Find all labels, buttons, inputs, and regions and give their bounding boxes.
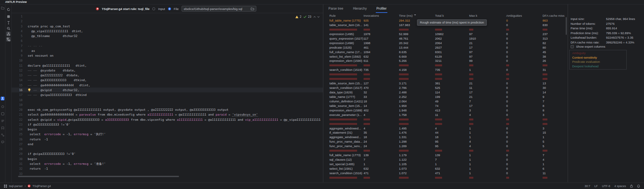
tool-window-icon-1[interactable] — [1, 105, 5, 109]
code-line[interactable]: 6 — [12, 38, 323, 43]
code-line[interactable]: 2 — [12, 19, 323, 24]
project-tool-icon[interactable] — [1, 6, 5, 10]
table-row[interactable]: data_type (1829)322.48811417014 — [323, 90, 568, 95]
table-row[interactable]: query_expression (1527)11748.76120621910… — [323, 36, 568, 41]
code-line[interactable]: 30begin — [12, 156, 323, 161]
table-row[interactable]: table_source_item (15...1273.17138121013 — [323, 81, 568, 86]
tool-window-icon-2[interactable] — [1, 112, 5, 116]
column-header[interactable]: DFA cache miss — [543, 13, 568, 18]
code-line[interactable]: 33 — [12, 171, 323, 176]
line-ending[interactable]: LF — [594, 184, 598, 188]
code-line[interactable]: 14—— —— @a333333333333 dtkind, — [12, 78, 323, 82]
inspection-widget[interactable]: 2 23 — [295, 15, 320, 18]
input-radio-label[interactable]: Input — [158, 7, 165, 11]
hierarchy-icon[interactable] — [6, 32, 11, 36]
antlr-preview-tool-icon[interactable] — [1, 97, 5, 100]
table-row[interactable] — [323, 122, 568, 126]
code-line[interactable]: 26 return -1 — [12, 137, 323, 142]
column-header[interactable]: Total k — [435, 13, 469, 18]
next-issue-icon[interactable] — [317, 16, 320, 18]
table-row[interactable]: full_table_name (1773)1391.179139107 — [323, 153, 568, 157]
intention-bulb-icon[interactable] — [28, 88, 31, 92]
column-header[interactable]: Time (ms) — [399, 13, 435, 18]
code-line[interactable]: 31 select errorcode = -1, errormsg = '准备… — [12, 161, 323, 166]
project-widget-icon[interactable] — [4, 184, 7, 188]
table-row[interactable] — [323, 77, 568, 81]
column-header[interactable]: Max k — [469, 13, 506, 18]
file-encoding[interactable]: UTF-8 — [602, 184, 610, 188]
table-row[interactable]: search_condition (1519)7354.1587351031 — [323, 68, 568, 72]
code-line[interactable]: 7-- -- -- — [12, 43, 323, 48]
code-line[interactable]: 20exec nb_com_getsysconfig @a11111111111… — [12, 107, 323, 112]
code-line[interactable]: 11declare @a1111111111111 dtint, — [12, 63, 323, 68]
code-line[interactable]: 21select @a4444444444444444 = paravalue … — [12, 112, 323, 117]
code-line[interactable]: 1 — [12, 14, 323, 19]
breadcrumb-project[interactable]: tsql-parser — [9, 184, 23, 188]
indent-setting[interactable]: 4 spaces — [614, 184, 626, 188]
tool-window-icon-4[interactable] — [1, 126, 5, 130]
code-line[interactable]: 27end — [12, 142, 323, 146]
table-row[interactable]: func_proc_name_data...241.29895405 — [323, 139, 568, 144]
table-row[interactable] — [323, 148, 568, 153]
table-row[interactable]: aggregate_windowed...181.33118101 — [323, 135, 568, 139]
file-radio[interactable] — [168, 7, 171, 10]
show-expert-columns-checkbox[interactable] — [571, 45, 574, 48]
refresh-icon[interactable] — [6, 7, 11, 12]
insert-text-icon[interactable] — [6, 21, 11, 25]
table-row[interactable]: expression (1495)197852.99910982970237 — [323, 32, 568, 36]
file-radio-label[interactable]: File — [174, 7, 179, 11]
show-expert-columns-label[interactable]: Show expert columns — [576, 45, 605, 48]
table-row[interactable]: search_condition (1516)4711.0724711011 — [323, 171, 568, 175]
code-line[interactable]: 25 select errorcode = -1, errormsg = '执行… — [12, 132, 323, 137]
code-line[interactable]: 5 @p_tblname dtchar32 — [12, 33, 323, 38]
code-line[interactable]: 24begin — [12, 127, 323, 132]
tool-window-icon-5[interactable] — [1, 133, 5, 137]
code-line[interactable]: 15—— —— @a4444444444444444 dtint, — [12, 83, 323, 88]
table-row[interactable]: expression (1498)199820.342206421082 — [323, 41, 568, 45]
code-line[interactable]: 9set nocount on — [12, 53, 323, 58]
caret-position[interactable]: 30:7 — [584, 184, 590, 188]
table-row[interactable]: sql_clauses (12)71.1227104 — [323, 157, 568, 162]
tab-parse-tree[interactable]: Parse tree — [328, 5, 344, 13]
table-row[interactable]: search_condition (1517)4702.78652511030 — [323, 86, 568, 90]
table-row[interactable] — [323, 72, 568, 77]
folder-icon[interactable] — [251, 7, 254, 10]
structure-tree-icon[interactable] — [6, 37, 11, 42]
breadcrumb-file[interactable]: TSqlParser.g4 — [33, 184, 51, 188]
table-row[interactable]: if_statement (31)351.476441015 — [323, 130, 568, 135]
tab-profiler[interactable]: Profiler — [376, 5, 387, 13]
column-header[interactable]: Rule — [329, 13, 364, 18]
table-row[interactable]: expression_elem (1590)6115.266321199026 — [323, 59, 568, 63]
table-row[interactable]: column_definition (1421)182.06449707 — [323, 99, 568, 104]
column-header[interactable]: Ambiguities — [506, 13, 543, 18]
code-line[interactable]: 18 — [12, 98, 323, 102]
lock-icon[interactable] — [630, 184, 633, 188]
table-row[interactable]: execute_parameter (1...41.75811403 — [323, 113, 568, 117]
table-row[interactable]: table_name (1777)332.2521992109 — [323, 95, 568, 99]
table-row[interactable]: full_column_name (17...10948.63583019704… — [323, 50, 568, 54]
table-row[interactable]: aggregate_windowed...41.4954103 — [323, 126, 568, 131]
tool-window-icon-6[interactable] — [1, 140, 5, 144]
table-row[interactable]: select_list (1581)6321.073632106 — [323, 166, 568, 171]
search-icon[interactable] — [6, 26, 11, 31]
code-line[interactable]: 12—— —— @sysdate dtdate, — [12, 68, 323, 73]
table-row[interactable]: select_list_elem (1592)6326.669612997038 — [323, 54, 568, 59]
table-row[interactable] — [323, 63, 568, 68]
code-line[interactable]: 23if @a333333333333 !='0' — [12, 122, 323, 127]
table-row[interactable]: set_special (1485)11.1051101 — [323, 162, 568, 166]
table-row[interactable]: func_proc_name_serv...241.28995405 — [323, 144, 568, 148]
code-line[interactable]: 22select @vipid = vipid,@vipa33333333333… — [12, 117, 323, 122]
column-header[interactable]: Invocations — [364, 13, 399, 18]
tab-hierarchy[interactable]: Hierarchy — [352, 5, 367, 13]
notifications-bell-icon[interactable] — [637, 184, 640, 188]
tool-window-icon-3[interactable] — [1, 119, 5, 123]
code-line[interactable]: 17—— —— @vipa333333333333 dtkind — [12, 92, 323, 97]
table-row[interactable]: table_source_item (15...141.959741708 — [323, 104, 568, 108]
horizontal-scrollbar[interactable] — [18, 176, 179, 177]
code-line[interactable]: 13—— —— @a2222222222 dtdate, — [12, 73, 323, 78]
code-line[interactable]: 32 return -1 — [12, 166, 323, 171]
table-row[interactable]: expression_elem (1589)4021.948413308 — [323, 108, 568, 113]
table-scrollbar[interactable] — [566, 17, 567, 35]
code-line[interactable]: 16 —— @vipid dtchar32, — [12, 88, 323, 92]
code-line[interactable]: 28 — [12, 146, 323, 151]
